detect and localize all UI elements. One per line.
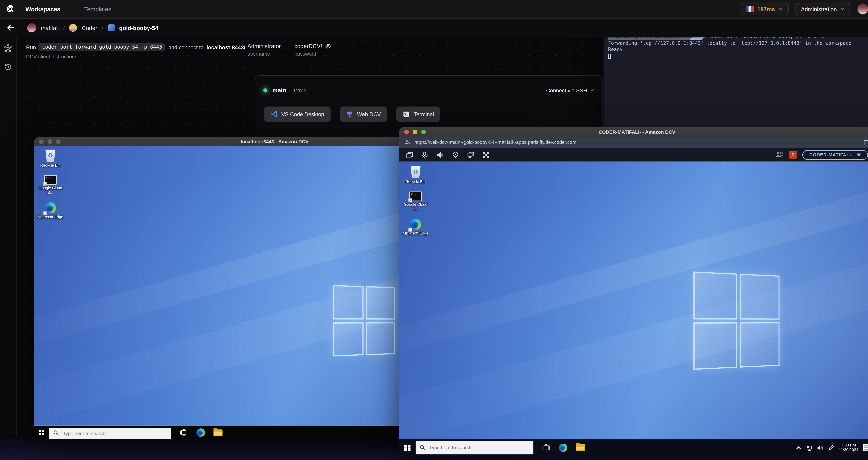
- dcv-window-coder-matifali: CODER-MATIFALI- - Amazon DCV https://web…: [399, 127, 868, 456]
- tab-templates[interactable]: Templates: [84, 6, 111, 12]
- web-dcv-button[interactable]: Web DCV: [339, 107, 387, 122]
- breadcrumb-separator: /: [63, 25, 65, 31]
- desktop-icon-label: Microsoft Edge: [403, 231, 429, 236]
- connect-via-ssh-label: Connect via SSH: [546, 87, 587, 93]
- cmd-prompt-text: C:\_: [411, 193, 418, 196]
- recycle-bin-icon: ♻: [45, 150, 56, 162]
- notification-count-badge: 1: [867, 447, 868, 453]
- volume-icon[interactable]: [817, 444, 824, 451]
- task-view-icon[interactable]: [542, 443, 550, 452]
- edge-taskbar-icon[interactable]: [196, 428, 205, 437]
- taskbar-search[interactable]: [415, 441, 533, 454]
- vscode-desktop-button[interactable]: VS Code Desktop: [264, 107, 330, 122]
- file-explorer-icon[interactable]: [214, 429, 222, 436]
- password-value: coderDCV!: [294, 43, 322, 49]
- breadcrumb-workspace[interactable]: gold-booby-54: [119, 25, 158, 31]
- task-view-icon[interactable]: [180, 428, 188, 437]
- user-avatar[interactable]: [857, 3, 868, 15]
- collaborators-icon[interactable]: [776, 151, 784, 158]
- desktop-icon-edge[interactable]: ↗ Microsoft Edge: [403, 219, 429, 236]
- connect-via-ssh-button[interactable]: Connect via SSH: [546, 87, 594, 93]
- desktop-icon-edge[interactable]: ↗ Microsoft Edge: [37, 202, 63, 219]
- chevron-down-icon: [840, 7, 845, 11]
- agent-name: main: [272, 87, 286, 93]
- dcv-client-instructions-link[interactable]: DCV client instructions: [26, 54, 245, 60]
- network-icon[interactable]: [807, 444, 813, 451]
- password-label: password: [294, 51, 331, 57]
- cloud-shell-icon: C:\_↗: [409, 192, 422, 201]
- edge-taskbar-icon[interactable]: [559, 443, 567, 452]
- windows-taskbar: 7:38 PM 11/20/2024 1: [399, 439, 868, 456]
- back-arrow-icon[interactable]: [7, 24, 15, 32]
- site-settings-icon[interactable]: [405, 139, 410, 145]
- tab-workspaces[interactable]: Workspaces: [26, 6, 60, 12]
- windows-list-icon[interactable]: [406, 151, 413, 158]
- terminal-button[interactable]: Terminal: [396, 107, 440, 122]
- shortcut-arrow-icon: ↗: [43, 182, 47, 186]
- edge-icon: ↗: [45, 202, 56, 213]
- windows-logo: [693, 271, 779, 370]
- breadcrumb-user[interactable]: matifali: [41, 25, 59, 31]
- chevron-down-icon: [778, 7, 783, 11]
- edge-icon: ↗: [410, 219, 421, 230]
- dcv-toolbar: 3 CODER-MATIFALI-: [399, 148, 868, 162]
- pen-icon[interactable]: [828, 444, 834, 451]
- start-button[interactable]: [404, 444, 410, 451]
- username-value: Administrator: [247, 43, 281, 49]
- desktop-icon-recycle-bin[interactable]: ♻ Recycle Bin: [37, 150, 63, 168]
- breadcrumb-template[interactable]: Coder: [82, 25, 97, 31]
- fullscreen-icon[interactable]: [483, 151, 490, 158]
- desktop-icon-recycle-bin[interactable]: ♻ Recycle Bin: [403, 166, 429, 184]
- session-label: CODER-MATIFALI-: [809, 152, 853, 157]
- eye-off-icon[interactable]: [325, 43, 331, 49]
- file-explorer-icon[interactable]: [576, 444, 585, 451]
- app-label: Terminal: [414, 111, 434, 117]
- search-input[interactable]: [415, 441, 533, 454]
- agent-status-dot: [264, 88, 267, 92]
- taskbar-search[interactable]: [49, 427, 171, 438]
- clock-time: 7:38 PM: [839, 443, 859, 448]
- instruction-middle: and connect to: [168, 44, 204, 50]
- workspace-icon: [108, 24, 115, 31]
- latency-button[interactable]: 187ms: [740, 3, 788, 15]
- start-button[interactable]: [39, 430, 44, 435]
- web-dcv-icon: [346, 111, 353, 118]
- port-forward-command[interactable]: coder port-forward gold-booby-54 -p 8443: [39, 43, 165, 51]
- terminal-window: coder port-forward gold-booby-54 -p 8443…: [603, 22, 868, 129]
- system-tray: 7:38 PM 11/20/2024 1: [796, 443, 868, 452]
- terminal-output-line: Forwarding 'tcp://127.0.0.1:8443' locall…: [608, 40, 868, 47]
- agent-apps: VS Code Desktop Web DCV Terminal: [255, 104, 602, 124]
- localhost-target: localhost:8443/: [207, 44, 245, 50]
- desktop-icon-google-cloud[interactable]: C:\_↗ Google Cloud S...: [37, 175, 63, 195]
- tray-chevron-icon[interactable]: [796, 444, 802, 451]
- username-label: username: [247, 51, 281, 57]
- breadcrumb-user-avatar[interactable]: [27, 23, 36, 32]
- taskbar-clock[interactable]: 7:38 PM 11/20/2024: [839, 443, 859, 452]
- desktop-icon-label: Google Cloud S...: [37, 186, 63, 195]
- search-input[interactable]: [49, 428, 171, 439]
- resources-topology-icon[interactable]: [4, 44, 12, 53]
- administration-menu-button[interactable]: Administration: [795, 3, 850, 15]
- clipboard-icon[interactable]: [864, 139, 868, 145]
- port-forward-instructions: Run coder port-forward gold-booby-54 -p …: [26, 43, 245, 60]
- speaker-icon[interactable]: [437, 151, 444, 158]
- password-credential: coderDCV! password: [294, 43, 331, 57]
- windows-desktop[interactable]: ♻ Recycle Bin C:\_↗ Google Cloud S... ↗ …: [399, 162, 868, 439]
- url-text[interactable]: https://web-dcv--main--gold-booby-54--ma…: [414, 139, 860, 145]
- cloud-shell-icon: C:\_↗: [44, 175, 57, 185]
- france-flag-icon: [746, 6, 754, 12]
- breadcrumb: matifali / Coder / gold-booby-54: [0, 19, 868, 37]
- window-titlebar[interactable]: CODER-MATIFALI- - Amazon DCV: [399, 127, 868, 137]
- microphone-muted-icon[interactable]: [421, 151, 429, 158]
- action-center-icon[interactable]: 1: [863, 444, 868, 451]
- session-menu-button[interactable]: CODER-MATIFALI-: [803, 150, 868, 160]
- webcam-off-icon[interactable]: [452, 151, 459, 158]
- search-icon: [420, 445, 425, 451]
- history-icon[interactable]: [4, 63, 12, 71]
- connections-badge[interactable]: 3: [789, 151, 798, 159]
- desktop-icon-google-cloud[interactable]: C:\_↗ Google Cloud S...: [403, 192, 429, 211]
- multi-monitor-icon[interactable]: [467, 151, 474, 158]
- top-nav: Workspaces Templates 187ms Administratio…: [0, 0, 868, 19]
- coder-logo-icon[interactable]: [5, 3, 16, 15]
- browser-url-bar[interactable]: https://web-dcv--main--gold-booby-54--ma…: [399, 137, 868, 148]
